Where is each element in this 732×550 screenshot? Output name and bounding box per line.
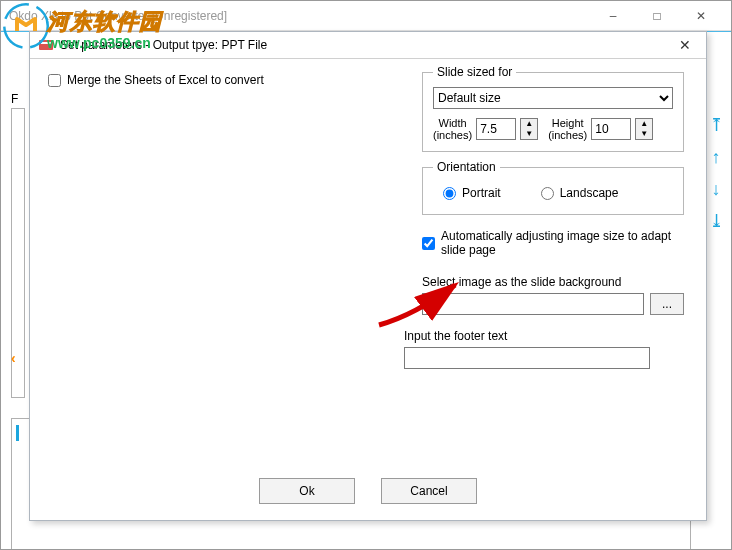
dialog-close-button[interactable]: ✕ [670, 34, 700, 56]
cancel-button[interactable]: Cancel [381, 478, 477, 504]
ok-button[interactable]: Ok [259, 478, 355, 504]
minimize-button[interactable]: – [591, 2, 635, 30]
dialog-body: Merge the Sheets of Excel to convert Sli… [30, 58, 706, 520]
parent-titlebar: Okdo Xls to Ppt Converter [Unregistered]… [1, 1, 731, 31]
select-image-label: Select image as the slide background [422, 275, 684, 289]
parent-title: Okdo Xls to Ppt Converter [Unregistered] [9, 9, 591, 23]
dialog-titlebar: Set parameters - Output tpye: PPT File ✕ [30, 32, 706, 58]
orientation-group: Orientation Portrait Landscape [422, 160, 684, 215]
height-input[interactable] [591, 118, 631, 140]
width-label: Width (inches) [433, 117, 472, 141]
move-up-icon[interactable]: ↑ [707, 148, 725, 166]
portrait-radio[interactable] [443, 187, 456, 200]
auto-adjust-row: Automatically adjusting image size to ad… [422, 229, 684, 257]
width-spinner[interactable]: ▲▼ [520, 118, 538, 140]
svg-rect-0 [39, 40, 53, 50]
height-label: Height (inches) [548, 117, 587, 141]
footer-text-input[interactable] [404, 347, 650, 369]
orientation-portrait[interactable]: Portrait [443, 186, 501, 200]
browse-button[interactable]: ... [650, 293, 684, 315]
slide-size-select[interactable]: Default size [433, 87, 673, 109]
slide-sized-legend: Slide sized for [433, 65, 516, 79]
svg-rect-1 [41, 42, 51, 44]
side-arrow-toolbar: ⤒ ↑ ↓ ⤓ [707, 116, 725, 230]
file-list-header: F [11, 92, 18, 106]
move-down-icon[interactable]: ↓ [707, 180, 725, 198]
auto-adjust-checkbox[interactable] [422, 237, 435, 250]
landscape-radio[interactable] [541, 187, 554, 200]
dialog-title: Set parameters - Output tpye: PPT File [60, 38, 670, 52]
move-top-icon[interactable]: ⤒ [707, 116, 725, 134]
slide-sized-group: Slide sized for Default size Width (inch… [422, 65, 684, 152]
background-image-path-input[interactable] [422, 293, 644, 315]
close-button[interactable]: ✕ [679, 2, 723, 30]
width-input[interactable] [476, 118, 516, 140]
auto-adjust-label: Automatically adjusting image size to ad… [441, 229, 684, 257]
set-parameters-dialog: Set parameters - Output tpye: PPT File ✕… [29, 31, 707, 521]
dialog-button-row: Ok Cancel [30, 478, 706, 504]
footer-text-label: Input the footer text [404, 329, 684, 343]
move-bottom-icon[interactable]: ⤓ [707, 212, 725, 230]
orientation-landscape[interactable]: Landscape [541, 186, 619, 200]
dialog-icon [38, 37, 54, 53]
divider-handle: ‹ [11, 350, 16, 366]
merge-sheets-checkbox[interactable] [48, 74, 61, 87]
height-spinner[interactable]: ▲▼ [635, 118, 653, 140]
merge-sheets-label: Merge the Sheets of Excel to convert [67, 73, 264, 87]
maximize-button[interactable]: □ [635, 2, 679, 30]
orientation-legend: Orientation [433, 160, 500, 174]
window-controls: – □ ✕ [591, 2, 723, 30]
